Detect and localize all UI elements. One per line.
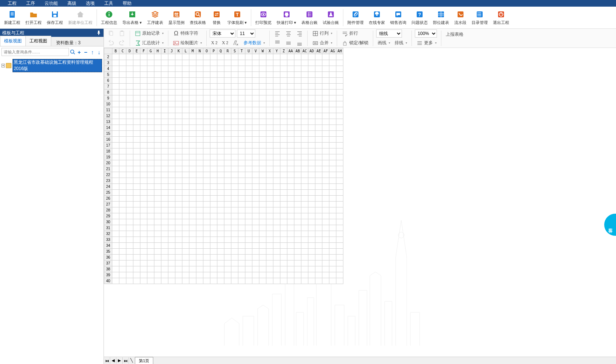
cell[interactable] <box>203 278 210 284</box>
subscript-button[interactable]: X2 <box>220 39 230 47</box>
cell[interactable] <box>336 72 343 78</box>
row-header[interactable]: 13 <box>104 119 112 125</box>
cell[interactable] <box>133 154 140 160</box>
cell[interactable] <box>154 148 161 154</box>
cell[interactable] <box>196 131 203 137</box>
cell[interactable] <box>273 125 280 131</box>
cell[interactable] <box>238 172 245 178</box>
toolbar-swap[interactable]: 替换 <box>209 9 225 26</box>
cell[interactable] <box>336 266 343 272</box>
cell[interactable] <box>126 196 133 202</box>
cell[interactable] <box>322 243 329 249</box>
cell[interactable] <box>280 131 287 137</box>
cell[interactable] <box>161 202 168 207</box>
cell[interactable] <box>189 54 196 60</box>
cell[interactable] <box>119 225 126 231</box>
align-left-icon[interactable] <box>273 29 282 38</box>
cell[interactable] <box>196 160 203 166</box>
cell[interactable] <box>175 196 182 202</box>
cell[interactable] <box>280 78 287 84</box>
cell[interactable] <box>168 272 175 278</box>
cell[interactable] <box>119 95 126 101</box>
cell[interactable] <box>336 260 343 266</box>
cell[interactable] <box>140 66 147 72</box>
cell[interactable] <box>126 272 133 278</box>
cell[interactable] <box>252 237 259 243</box>
cell[interactable] <box>315 219 322 225</box>
cell[interactable] <box>161 78 168 84</box>
cell[interactable] <box>210 255 217 260</box>
cell[interactable] <box>217 237 224 243</box>
row-header[interactable]: 11 <box>104 107 112 113</box>
row-header[interactable]: 40 <box>104 278 112 284</box>
cell[interactable] <box>329 219 336 225</box>
cell[interactable] <box>161 260 168 266</box>
cell[interactable] <box>231 66 238 72</box>
cell[interactable] <box>308 202 315 207</box>
cell[interactable] <box>294 60 301 66</box>
cell[interactable] <box>210 231 217 237</box>
cell[interactable] <box>203 172 210 178</box>
menu-1[interactable]: 工序 <box>21 0 40 7</box>
cell[interactable] <box>119 131 126 137</box>
cell[interactable] <box>294 107 301 113</box>
cell[interactable] <box>147 213 154 219</box>
cell[interactable] <box>322 249 329 255</box>
cell[interactable] <box>168 54 175 60</box>
cell[interactable] <box>301 207 308 213</box>
cell[interactable] <box>112 196 119 202</box>
cell[interactable] <box>322 143 329 148</box>
rowcol-button[interactable]: 行列 <box>311 29 334 38</box>
cell[interactable] <box>196 60 203 66</box>
cell[interactable] <box>147 266 154 272</box>
clear-format-icon[interactable] <box>231 39 241 47</box>
cell[interactable] <box>154 172 161 178</box>
cell[interactable] <box>252 219 259 225</box>
cell[interactable] <box>224 160 231 166</box>
cell[interactable] <box>301 213 308 219</box>
cell[interactable] <box>301 225 308 231</box>
col-header[interactable]: Y <box>273 48 280 54</box>
cell[interactable] <box>329 184 336 190</box>
cell[interactable] <box>140 184 147 190</box>
cell[interactable] <box>259 78 266 84</box>
cell[interactable] <box>168 107 175 113</box>
cell[interactable] <box>182 260 189 266</box>
cell[interactable] <box>189 237 196 243</box>
cell[interactable] <box>161 166 168 172</box>
cell[interactable] <box>217 54 224 60</box>
cell[interactable] <box>140 154 147 160</box>
cell[interactable] <box>294 266 301 272</box>
cell[interactable] <box>266 196 273 202</box>
cell[interactable] <box>133 54 140 60</box>
cell[interactable] <box>245 148 252 154</box>
cell[interactable] <box>252 78 259 84</box>
cell[interactable] <box>308 178 315 184</box>
row-header[interactable]: 38 <box>104 266 112 272</box>
zoom-select[interactable]: 100% <box>415 29 437 38</box>
cell[interactable] <box>203 178 210 184</box>
cell[interactable] <box>175 272 182 278</box>
cell[interactable] <box>189 107 196 113</box>
cell[interactable] <box>196 272 203 278</box>
toolbar-list[interactable]: 目录管理 <box>469 9 490 26</box>
cell[interactable] <box>147 90 154 95</box>
cell[interactable] <box>259 272 266 278</box>
cell[interactable] <box>182 143 189 148</box>
cell[interactable] <box>112 231 119 237</box>
cell[interactable] <box>273 119 280 125</box>
cell[interactable] <box>280 166 287 172</box>
cell[interactable] <box>140 95 147 101</box>
cell[interactable] <box>140 166 147 172</box>
cell[interactable] <box>301 219 308 225</box>
cell[interactable] <box>308 95 315 101</box>
row-header[interactable]: 31 <box>104 225 112 231</box>
cell[interactable] <box>126 154 133 160</box>
cell[interactable] <box>287 272 294 278</box>
cell[interactable] <box>280 237 287 243</box>
cell[interactable] <box>133 72 140 78</box>
cell[interactable] <box>245 231 252 237</box>
cell[interactable] <box>308 84 315 90</box>
cell[interactable] <box>259 119 266 125</box>
cell[interactable] <box>287 125 294 131</box>
